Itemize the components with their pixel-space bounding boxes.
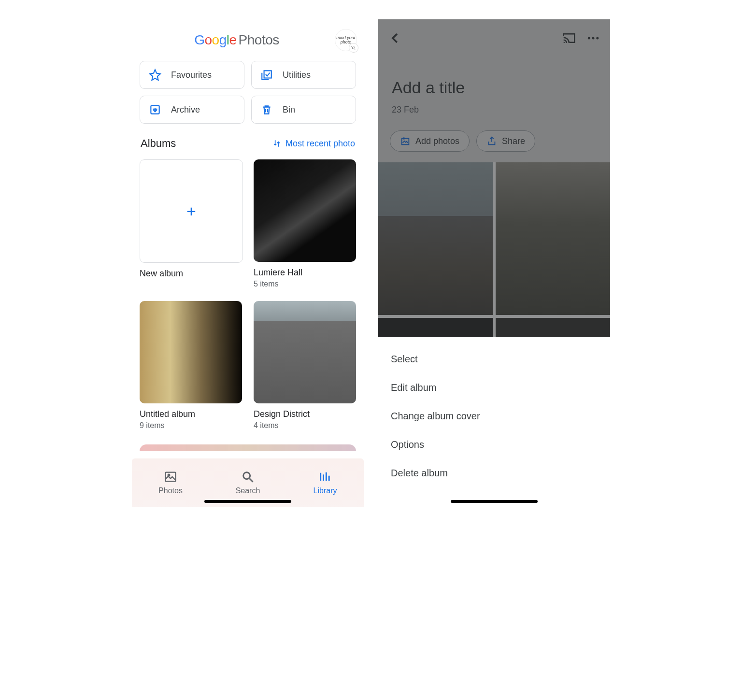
- album-name: Untitled album: [140, 409, 242, 419]
- favourites-button[interactable]: Favourites: [140, 61, 244, 89]
- album-tile[interactable]: Design District 4 items: [254, 301, 356, 430]
- plus-icon: +: [140, 159, 243, 263]
- archive-button[interactable]: Archive: [140, 96, 244, 124]
- svg-rect-0: [264, 71, 271, 78]
- sort-label: Most recent photo: [285, 139, 355, 149]
- utilities-label: Utilities: [283, 70, 311, 80]
- svg-point-4: [243, 472, 250, 479]
- modal-scrim[interactable]: [378, 19, 610, 162]
- album-cover: [140, 301, 242, 403]
- album-header: Add a title 23 Feb Add photos Share: [378, 19, 610, 162]
- nav-photos[interactable]: Photos: [132, 458, 209, 507]
- album-tile[interactable]: Lumiere Hall 5 items: [254, 159, 356, 288]
- sync-off-badge-icon: [349, 43, 358, 53]
- quick-access-grid: Favourites Utilities Archive Bin: [132, 56, 364, 129]
- modal-scrim[interactable]: [378, 162, 610, 337]
- menu-options[interactable]: Options: [378, 430, 610, 459]
- app-logo: Google Photos: [194, 32, 279, 48]
- account-avatar[interactable]: mind your photo: [335, 29, 357, 51]
- bottom-nav: Photos Search Library: [132, 458, 364, 507]
- sort-button[interactable]: Most recent photo: [272, 139, 355, 149]
- bin-button[interactable]: Bin: [251, 96, 356, 124]
- menu-change-cover[interactable]: Change album cover: [378, 402, 610, 430]
- album-count: 5 items: [254, 280, 356, 288]
- home-indicator[interactable]: [451, 500, 538, 503]
- nav-photos-label: Photos: [158, 486, 183, 495]
- album-name: Lumiere Hall: [254, 268, 356, 278]
- menu-edit-album[interactable]: Edit album: [378, 373, 610, 402]
- album-count: 9 items: [140, 421, 242, 430]
- nav-search-label: Search: [236, 486, 260, 495]
- top-bar: Google Photos mind your photo: [132, 19, 364, 56]
- svg-point-3: [168, 474, 170, 476]
- bin-label: Bin: [283, 105, 295, 115]
- nav-library-label: Library: [314, 486, 337, 495]
- album-detail-screen: Add a title 23 Feb Add photos Share Sele…: [378, 19, 610, 507]
- album-name: New album: [140, 269, 242, 279]
- album-count: 4 items: [254, 421, 356, 430]
- archive-label: Archive: [171, 105, 200, 115]
- albums-header: Albums Most recent photo: [132, 129, 364, 155]
- nav-library[interactable]: Library: [286, 458, 364, 507]
- album-name: Design District: [254, 409, 356, 419]
- menu-delete-album[interactable]: Delete album: [378, 459, 610, 487]
- options-menu: Select Edit album Change album cover Opt…: [378, 337, 610, 507]
- albums-title: Albums: [141, 137, 176, 150]
- favourites-label: Favourites: [171, 70, 212, 80]
- nav-search[interactable]: Search: [209, 458, 286, 507]
- albums-grid: + New album Lumiere Hall 5 items Untitle…: [132, 155, 364, 440]
- menu-select[interactable]: Select: [378, 345, 610, 373]
- album-tile[interactable]: Untitled album 9 items: [140, 301, 242, 430]
- library-screen: Google Photos mind your photo Favourites…: [132, 19, 364, 507]
- album-cover: [254, 301, 356, 403]
- utilities-button[interactable]: Utilities: [251, 61, 356, 89]
- suggestion-peek[interactable]: [140, 444, 356, 451]
- new-album-tile[interactable]: + New album: [140, 159, 242, 288]
- photo-grid: [378, 162, 610, 337]
- home-indicator[interactable]: [204, 500, 291, 503]
- album-cover: [254, 159, 356, 262]
